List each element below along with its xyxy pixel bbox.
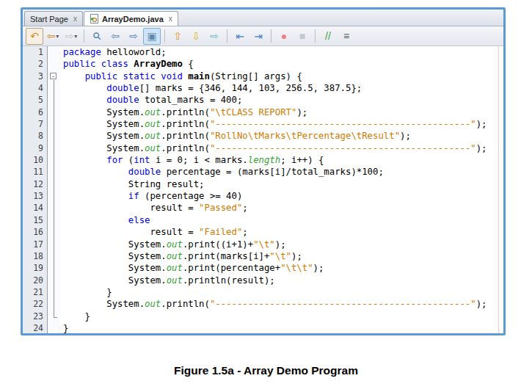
fold-gutter bbox=[48, 94, 60, 106]
code-text: package helloworld; bbox=[60, 46, 503, 58]
forward-icon[interactable]: ⇨▾ bbox=[62, 28, 80, 45]
line-number: 19 bbox=[23, 262, 48, 274]
code-line: 11 double percentage = (marks[i]/total_m… bbox=[23, 166, 503, 178]
stop-macro-recording-icon[interactable]: ■ bbox=[294, 28, 311, 45]
fold-gutter bbox=[48, 58, 60, 70]
last-edit-location-icon[interactable]: ↶ bbox=[26, 28, 43, 45]
code-line: 10 for (int i = 0; i < marks.length; i++… bbox=[23, 154, 503, 166]
code-line: 20 System.out.println(result); bbox=[23, 275, 503, 286]
code-text: if (percentage >= 40) bbox=[60, 190, 503, 202]
code-text: for (int i = 0; i < marks.length; i++) { bbox=[60, 154, 503, 166]
code-text: result = "Passed"; bbox=[60, 202, 503, 214]
code-text: System.out.println("\tCLASS REPORT"); bbox=[60, 106, 503, 118]
previous-occurrence-icon[interactable]: ⇦ bbox=[106, 28, 124, 45]
code-line: 2public class ArrayDemo { bbox=[23, 58, 503, 70]
code-text: String result; bbox=[60, 178, 503, 190]
find-selection-icon[interactable]: ⚲ bbox=[88, 28, 106, 45]
code-area: 1package helloworld;2public class ArrayD… bbox=[23, 46, 503, 333]
code-line: 13 if (percentage >= 40) bbox=[23, 190, 503, 202]
code-text: System.out.println("--------------------… bbox=[60, 298, 503, 310]
fold-gutter bbox=[48, 239, 60, 250]
fold-gutter bbox=[48, 298, 60, 310]
code-line: 5 double total_marks = 400; bbox=[23, 94, 503, 106]
line-number: 7 bbox=[23, 118, 48, 130]
line-number: 4 bbox=[23, 82, 48, 94]
code-line: 3- public static void main(String[] args… bbox=[23, 70, 503, 82]
code-text: else bbox=[60, 214, 503, 226]
fold-gutter bbox=[48, 178, 60, 190]
editor-tabbar: Start Page x ArrayDemo.java x bbox=[23, 10, 503, 26]
code-line: 23 } bbox=[23, 311, 503, 322]
code-line: 9 System.out.println("------------------… bbox=[23, 142, 503, 154]
code-editor[interactable]: 1package helloworld;2public class ArrayD… bbox=[23, 46, 503, 333]
code-text: System.out.print(marks[i]+"\t"); bbox=[60, 250, 503, 262]
toggle-bookmark-icon[interactable]: ⇨ bbox=[205, 28, 223, 45]
code-line: 16 result = "Failed"; bbox=[23, 226, 503, 238]
code-line: 22 System.out.println("-----------------… bbox=[23, 298, 503, 310]
code-text: } bbox=[60, 322, 503, 333]
line-number: 10 bbox=[23, 154, 48, 166]
line-number: 20 bbox=[23, 275, 48, 286]
line-number: 11 bbox=[23, 166, 48, 178]
code-text: double total_marks = 400; bbox=[60, 94, 503, 106]
shift-line-left-icon[interactable]: ⇤ bbox=[231, 28, 249, 45]
line-number: 6 bbox=[23, 106, 48, 118]
line-number: 1 bbox=[23, 46, 48, 58]
tab-start-page[interactable]: Start Page x bbox=[24, 11, 83, 26]
next-bookmark-icon[interactable]: ⇩ bbox=[187, 28, 205, 45]
fold-gutter bbox=[48, 286, 60, 298]
fold-gutter bbox=[48, 154, 60, 166]
line-number: 21 bbox=[23, 286, 48, 298]
line-number: 12 bbox=[23, 178, 48, 190]
code-text: } bbox=[60, 311, 503, 322]
fold-gutter bbox=[48, 275, 60, 286]
toggle-highlight-search-icon[interactable]: ▣ bbox=[143, 28, 161, 45]
ide-window: Start Page x ArrayDemo.java x ↶⇦▾⇨▾⚲⇦⇨▣⇧… bbox=[21, 7, 506, 335]
code-text: System.out.println("--------------------… bbox=[60, 142, 503, 154]
code-line: 17 System.out.print((i+1)+"\t"); bbox=[23, 239, 503, 250]
close-icon[interactable]: x bbox=[169, 15, 172, 23]
code-text: double[] marks = {346, 144, 103, 256.5, … bbox=[60, 82, 503, 94]
code-text: System.out.println("--------------------… bbox=[60, 118, 503, 130]
line-number: 16 bbox=[23, 226, 48, 238]
fold-gutter bbox=[48, 311, 60, 322]
code-line: 24} bbox=[23, 322, 503, 333]
tab-label: Start Page bbox=[30, 15, 68, 23]
comment-icon[interactable]: // bbox=[319, 28, 337, 45]
fold-gutter bbox=[48, 202, 60, 214]
previous-bookmark-icon[interactable]: ⇧ bbox=[169, 28, 186, 45]
tab-arraydemo-java[interactable]: ArrayDemo.java x bbox=[84, 11, 178, 26]
java-file-icon bbox=[90, 14, 99, 23]
line-number: 18 bbox=[23, 250, 48, 262]
fold-gutter bbox=[48, 166, 60, 178]
fold-gutter bbox=[48, 142, 60, 154]
record-macro-icon[interactable]: ● bbox=[275, 28, 293, 45]
fold-gutter bbox=[48, 250, 60, 262]
back-icon[interactable]: ⇦▾ bbox=[44, 28, 62, 45]
shift-line-right-icon[interactable]: ⇥ bbox=[249, 28, 267, 45]
code-text: } bbox=[60, 286, 503, 298]
code-text: double percentage = (marks[i]/total_mark… bbox=[60, 166, 503, 178]
line-number: 22 bbox=[23, 298, 48, 310]
fold-gutter bbox=[48, 118, 60, 130]
code-text: result = "Failed"; bbox=[60, 226, 503, 238]
uncomment-icon[interactable]: ≡ bbox=[338, 28, 355, 45]
right-margin-line bbox=[498, 46, 499, 333]
fold-toggle-icon[interactable]: - bbox=[48, 70, 60, 82]
toolbar-separator bbox=[271, 29, 272, 43]
fold-gutter bbox=[48, 46, 60, 58]
close-icon[interactable]: x bbox=[73, 15, 77, 23]
line-number: 14 bbox=[23, 202, 48, 214]
tab-label: ArrayDemo.java bbox=[102, 15, 164, 23]
line-number: 24 bbox=[23, 322, 48, 333]
toolbar-separator bbox=[84, 29, 84, 43]
fold-gutter bbox=[48, 130, 60, 142]
fold-gutter bbox=[48, 106, 60, 118]
toolbar-separator bbox=[164, 29, 165, 43]
next-occurrence-icon[interactable]: ⇨ bbox=[125, 28, 142, 45]
dropdown-arrow-icon: ▾ bbox=[56, 33, 59, 40]
fold-gutter bbox=[48, 262, 60, 274]
code-line: 19 System.out.print(percentage+"\t\t"); bbox=[23, 262, 503, 274]
figure-caption: Figure 1.5a - Array Demo Program bbox=[0, 364, 532, 377]
fold-gutter bbox=[48, 190, 60, 202]
